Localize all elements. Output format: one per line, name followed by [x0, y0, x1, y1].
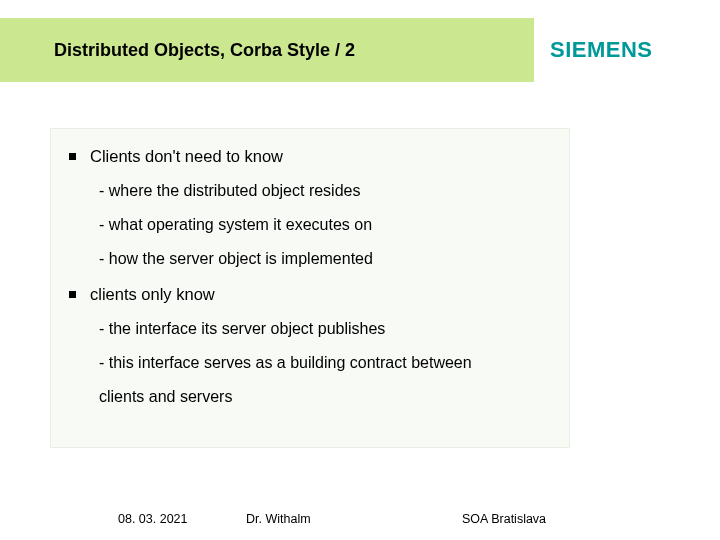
bullet-2-sub-3: clients and servers — [99, 387, 547, 407]
spacer — [69, 275, 547, 285]
bullet-row: Clients don't need to know — [69, 147, 547, 167]
bullet-2: clients only know - the interface its se… — [69, 285, 547, 407]
title-band: Distributed Objects, Corba Style / 2 — [0, 18, 534, 82]
content-box: Clients don't need to know - where the d… — [50, 128, 570, 448]
brand-text: SIEMENS — [550, 37, 653, 63]
bullet-1: Clients don't need to know - where the d… — [69, 147, 547, 269]
bullet-1-sub-2: - what operating system it executes on — [99, 215, 547, 235]
bullet-2-sub-2: - this interface serves as a building co… — [99, 353, 547, 373]
square-bullet-icon — [69, 291, 76, 298]
bullet-row: clients only know — [69, 285, 547, 305]
square-bullet-icon — [69, 153, 76, 160]
bullet-1-sub-1: - where the distributed object resides — [99, 181, 547, 201]
bullet-1-text: Clients don't need to know — [90, 147, 283, 167]
bullet-2-sub-1: - the interface its server object publis… — [99, 319, 547, 339]
slide: Distributed Objects, Corba Style / 2 SIE… — [0, 0, 720, 540]
slide-title: Distributed Objects, Corba Style / 2 — [54, 40, 355, 61]
brand-logo: SIEMENS — [550, 18, 720, 82]
footer-event: SOA Bratislava — [462, 512, 546, 526]
header: Distributed Objects, Corba Style / 2 SIE… — [0, 18, 720, 82]
footer-author: Dr. Withalm — [246, 512, 311, 526]
bullet-1-sub-3: - how the server object is implemented — [99, 249, 547, 269]
bullet-2-text: clients only know — [90, 285, 215, 305]
footer-date: 08. 03. 2021 — [118, 512, 188, 526]
